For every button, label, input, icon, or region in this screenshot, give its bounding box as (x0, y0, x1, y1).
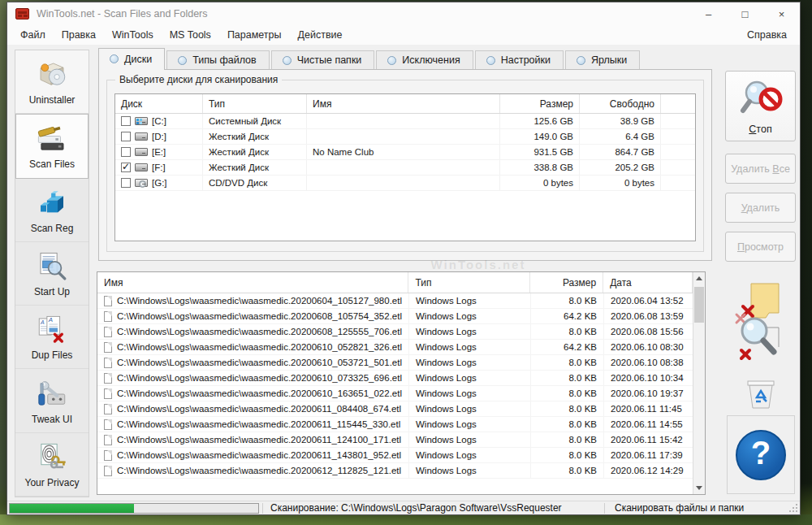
file-date: 2020.06.10 08:30 (604, 340, 693, 354)
file-type: Windows Logs (409, 355, 531, 370)
file-date: 2020.06.04 13:52 (604, 293, 693, 308)
file-date: 2020.06.11 11:45 (604, 401, 693, 416)
disk-checkbox[interactable] (121, 178, 131, 188)
menu-edit[interactable]: Правка (54, 27, 104, 43)
scan-reg-icon (33, 186, 71, 220)
delete-all-button[interactable]: Удалить Все (725, 154, 796, 184)
maximize-button[interactable]: □ (727, 2, 763, 25)
disk-table-row[interactable]: [E:] Жесткий Диск No Name Club 931.5 GB … (115, 145, 695, 160)
file-date: 2020.06.10 19:37 (604, 386, 693, 401)
sidebar-item-dup-files[interactable]: A A Dup Files (15, 306, 89, 369)
status-bar: Сканирование: C:\Windows\Logs\Paragon So… (7, 501, 800, 514)
tab-exclusions[interactable]: Исключения (376, 50, 473, 70)
drive-free: 0 bytes (580, 176, 661, 190)
disk-table-row[interactable]: [C:] Системный Диск 125.6 GB 38.9 GB (115, 114, 695, 129)
app-window: WinTools.net - Scan Files and Folders – … (6, 2, 801, 515)
tab-radio-icon (110, 54, 119, 63)
file-path: C:\Windows\Logs\waasmedic\waasmedic.2020… (117, 327, 402, 336)
file-path: C:\Windows\Logs\waasmedic\waasmedic.2020… (117, 342, 402, 352)
groupbox-title: Выберите диски для сканирования (115, 74, 282, 85)
menu-help[interactable]: Справка (739, 27, 795, 43)
tab-settings[interactable]: Настройки (475, 50, 564, 70)
file-path: C:\Windows\Logs\waasmedic\waasmedic.2020… (117, 388, 402, 398)
window-title: WinTools.net - Scan Files and Folders (37, 8, 208, 20)
file-list-scrollbar[interactable] (693, 272, 705, 494)
drive-type: Жесткий Диск (203, 160, 307, 175)
disk-checkbox[interactable] (121, 132, 131, 141)
sidebar-item-scan-reg[interactable]: Scan Reg (15, 179, 89, 242)
disk-table-row[interactable]: [F:] Жесткий Диск 338.8 GB 205.2 GB (115, 160, 695, 176)
file-icon (104, 358, 112, 368)
scan-progress-bar (9, 503, 259, 514)
drive-letter: [F:] (152, 163, 166, 172)
file-size: 8.0 KB (531, 417, 604, 432)
tab-radio-icon (283, 56, 292, 65)
menu-options[interactable]: Параметры (219, 27, 290, 43)
view-button[interactable]: Просмотр (725, 232, 796, 262)
file-list-row[interactable]: C:\Windows\Logs\waasmedic\waasmedic.2020… (97, 371, 705, 386)
file-list-row[interactable]: C:\Windows\Logs\waasmedic\waasmedic.2020… (97, 293, 705, 309)
disk-checkbox[interactable] (121, 163, 131, 172)
scrollbar-thumb[interactable] (694, 287, 704, 323)
drive-name (307, 176, 500, 190)
file-list-row[interactable]: C:\Windows\Logs\waasmedic\waasmedic.2020… (97, 432, 705, 448)
file-size: 64.2 KB (531, 309, 604, 323)
disk-checkbox[interactable] (121, 147, 131, 157)
sidebar: Uninstaller Scan Files (15, 50, 89, 497)
file-type: Windows Logs (409, 309, 531, 323)
file-path: C:\Windows\Logs\waasmedic\waasmedic.2020… (117, 404, 401, 414)
file-list-row[interactable]: C:\Windows\Logs\waasmedic\waasmedic.2020… (97, 417, 705, 432)
file-path: C:\Windows\Logs\waasmedic\waasmedic.2020… (117, 466, 401, 475)
disks-tab-panel: Выберите диски для сканирования Диск Тип… (98, 69, 712, 261)
file-list-row[interactable]: C:\Windows\Logs\waasmedic\waasmedic.2020… (97, 324, 705, 340)
file-type: Windows Logs (409, 371, 531, 385)
file-list-row[interactable]: C:\Windows\Logs\waasmedic\waasmedic.2020… (97, 448, 705, 463)
scroll-down-icon[interactable] (693, 482, 705, 494)
file-list-row[interactable]: C:\Windows\Logs\waasmedic\waasmedic.2020… (97, 355, 705, 371)
file-date: 2020.06.10 08:38 (604, 355, 693, 370)
tab-disks[interactable]: Диски (98, 48, 165, 70)
scroll-up-icon[interactable] (693, 272, 705, 284)
disk-table: Диск Тип Имя Размер Свободно [C:] Систем… (114, 93, 696, 241)
recycle-bin-icon[interactable] (742, 375, 780, 412)
file-date: 2020.06.11 15:42 (604, 432, 693, 447)
drive-type: Жесткий Диск (203, 129, 307, 144)
file-list-row[interactable]: C:\Windows\Logs\waasmedic\waasmedic.2020… (97, 401, 705, 417)
minimize-button[interactable]: – (690, 2, 727, 25)
disk-table-row[interactable]: [D:] Жесткий Диск 149.0 GB 6.4 GB (115, 129, 695, 145)
sidebar-item-scan-files[interactable]: Scan Files (15, 114, 89, 178)
file-list: Имя Тип Размер Дата C:\Windows\Logs\waas… (97, 271, 706, 495)
scan-progress-fill (10, 504, 134, 513)
sidebar-item-uninstaller[interactable]: Uninstaller (15, 50, 89, 114)
tab-file-types[interactable]: Типы файлов (166, 50, 270, 70)
help-button[interactable]: ? (727, 415, 795, 494)
menu-file[interactable]: Файл (12, 27, 54, 43)
tab-shortcuts[interactable]: Ярлыки (565, 50, 640, 70)
file-icon (104, 342, 112, 353)
sidebar-item-tweak-ui[interactable]: Tweak UI (15, 369, 89, 432)
file-list-row[interactable]: C:\Windows\Logs\waasmedic\waasmedic.2020… (97, 309, 705, 324)
sidebar-item-start-up[interactable]: Start Up (15, 242, 89, 306)
file-list-row[interactable]: C:\Windows\Logs\waasmedic\waasmedic.2020… (97, 386, 705, 401)
drive-letter: [C:] (152, 116, 166, 126)
menu-mstools[interactable]: MS Tools (162, 27, 219, 43)
file-list-row[interactable]: C:\Windows\Logs\waasmedic\waasmedic.2020… (97, 340, 705, 355)
file-path: C:\Windows\Logs\waasmedic\waasmedic.2020… (117, 296, 402, 306)
file-icon (104, 466, 112, 476)
uninstaller-icon (33, 58, 71, 92)
scan-folder-icon[interactable] (732, 279, 790, 368)
menu-wintools[interactable]: WinTools (104, 27, 162, 43)
disk-table-row[interactable]: [G:] CD/DVD Диск 0 bytes 0 bytes (115, 176, 695, 191)
file-path: C:\Windows\Logs\waasmedic\waasmedic.2020… (117, 311, 402, 321)
resize-grip[interactable] (788, 503, 799, 514)
sidebar-item-your-privacy[interactable]: Your Privacy (15, 433, 89, 497)
delete-button[interactable]: Удалить (725, 193, 796, 223)
file-list-row[interactable]: C:\Windows\Logs\waasmedic\waasmedic.2020… (97, 463, 705, 479)
stop-button[interactable]: Стоп (725, 71, 796, 141)
close-button[interactable]: × (763, 2, 800, 25)
drive-icon (135, 148, 148, 156)
menu-action[interactable]: Действие (290, 27, 351, 43)
drive-free: 6.4 GB (580, 129, 661, 144)
tab-empty-folders[interactable]: Чистые папки (271, 50, 375, 70)
disk-checkbox[interactable] (121, 116, 131, 126)
